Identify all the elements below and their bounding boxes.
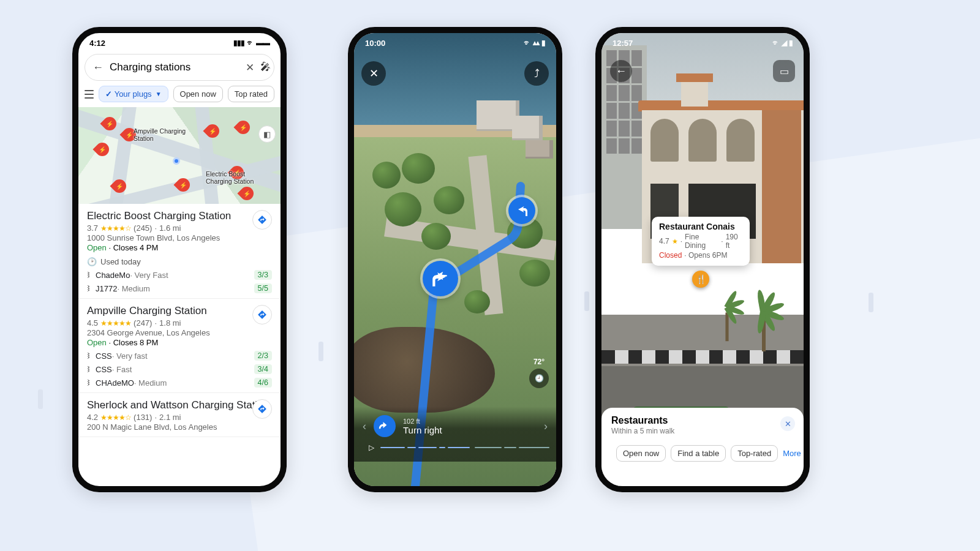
sheet-title: Restaurants bbox=[611, 415, 794, 426]
battery-icon: ▮ bbox=[789, 39, 793, 47]
play-icon[interactable]: ▷ bbox=[369, 443, 374, 452]
time-travel-button[interactable]: 🕘 bbox=[529, 369, 549, 388]
back-arrow-icon: ← bbox=[616, 65, 627, 78]
map-pin-icon[interactable] bbox=[237, 184, 256, 203]
my-location-dot-icon bbox=[173, 157, 180, 165]
status-time: 12:57 bbox=[612, 39, 633, 48]
star-icon: ★★★★★ bbox=[100, 319, 131, 328]
back-arrow-icon[interactable]: ← bbox=[92, 61, 104, 74]
filter-sliders-icon[interactable] bbox=[85, 90, 94, 99]
station-result[interactable]: Ampville Charging Station 4.5 ★★★★★ (247… bbox=[78, 299, 281, 393]
map-layers-button[interactable]: ◧ bbox=[258, 126, 276, 143]
wifi-icon: ᯤ bbox=[772, 39, 779, 47]
chip-open-now[interactable]: Open now bbox=[173, 86, 223, 102]
wifi-icon: ᯤ bbox=[524, 39, 530, 47]
sheet-subtitle: Within a 5 min walk bbox=[611, 427, 794, 435]
close-icon: ✕ bbox=[369, 67, 379, 80]
station-result[interactable]: Electric Boost Charging Station 3.7 ★★★★… bbox=[78, 204, 281, 299]
clock-icon: 🕑 bbox=[87, 257, 97, 266]
station-result[interactable]: Sherlock and Wattson Charging Station 4.… bbox=[78, 393, 281, 437]
turn-indicator-icon bbox=[423, 261, 458, 296]
directions-icon bbox=[257, 404, 267, 414]
star-icon: ★★★★☆ bbox=[100, 224, 131, 233]
chat-bubble-icon: ▭ bbox=[780, 66, 789, 77]
star-icon: ★★★★☆ bbox=[100, 413, 131, 422]
directions-icon bbox=[257, 215, 267, 225]
place-rating: 4.7 bbox=[659, 237, 669, 246]
bolt-icon: ⧘ bbox=[87, 351, 91, 360]
battery-icon: ▮ bbox=[541, 39, 545, 47]
nav-distance: 102 ft bbox=[403, 418, 442, 425]
turn-right-icon bbox=[374, 415, 396, 437]
more-filters-link[interactable]: More bbox=[783, 449, 801, 458]
rating-value: 3.7 bbox=[87, 223, 98, 233]
directions-icon bbox=[257, 310, 267, 320]
close-button[interactable]: ✕ bbox=[361, 61, 386, 86]
nav-timeline[interactable]: ▷ bbox=[363, 441, 548, 452]
wifi-icon: ᯤ bbox=[247, 39, 254, 47]
chip-top-rated[interactable]: Top-rated bbox=[731, 445, 778, 462]
clock-icon: 🕘 bbox=[535, 374, 544, 383]
search-bar[interactable]: ← ✕ 🎤︎ bbox=[85, 54, 274, 81]
check-icon: ✓ bbox=[105, 89, 112, 99]
distance: 1.6 mi bbox=[159, 223, 181, 233]
place-info-card[interactable]: Restaurant Conais 4.7 ★ · Fine Dining · … bbox=[652, 217, 750, 266]
share-icon: ⤴ bbox=[534, 67, 540, 80]
weather-widget[interactable]: 72° 🕘 bbox=[529, 358, 549, 388]
availability-badge: 3/3 bbox=[254, 270, 272, 280]
availability-badge: 5/5 bbox=[254, 283, 272, 293]
status-bar: 10:00 ᯤ ▴▴ ▮ bbox=[354, 33, 556, 50]
phone-charging-search: 4:12 ▮▮▮ ᯤ ▬▬ ← ✕ 🎤︎ ✓ Your plugs ▼ Open… bbox=[72, 27, 287, 492]
signal-icon: ▮▮▮ bbox=[233, 39, 244, 47]
search-input[interactable] bbox=[110, 61, 239, 73]
chip-open-now[interactable]: Open now bbox=[616, 445, 666, 462]
status-bar: 4:12 ▮▮▮ ᯤ ▬▬ bbox=[78, 33, 281, 50]
status-icons: ▮▮▮ ᯤ ▬▬ bbox=[233, 39, 270, 47]
map-label-eboost: Electric Boost Charging Station bbox=[206, 171, 254, 185]
back-button[interactable]: ← bbox=[610, 60, 632, 82]
directions-button[interactable] bbox=[252, 210, 272, 230]
prev-step-button[interactable]: ‹ bbox=[363, 420, 366, 433]
map-label-ampville: Ampville Charging Station bbox=[134, 128, 186, 142]
place-opens: · Opens 6PM bbox=[684, 251, 727, 260]
phone-street-view-search: 12:57 ᯤ◢▮ ← ▭ Restaurant Conais 4.7 ★ · … bbox=[595, 27, 810, 492]
status-time: 10:00 bbox=[365, 39, 385, 48]
clear-icon[interactable]: ✕ bbox=[246, 61, 254, 74]
bottom-sheet: Restaurants Within a 5 min walk ✕ Open n… bbox=[601, 408, 804, 486]
temperature-value: 72° bbox=[529, 358, 549, 366]
status-icons: ᯤ ▴▴ ▮ bbox=[524, 39, 545, 47]
status-bar: 12:57 ᯤ◢▮ bbox=[601, 33, 804, 50]
star-icon: ★ bbox=[672, 238, 678, 246]
sheet-close-button[interactable]: ✕ bbox=[780, 416, 795, 431]
chip-find-table[interactable]: Find a table bbox=[671, 445, 726, 462]
station-name: Electric Boost Charging Station bbox=[87, 210, 272, 222]
bolt-icon: ⧘ bbox=[87, 271, 91, 279]
chip-your-plugs[interactable]: ✓ Your plugs ▼ bbox=[99, 86, 168, 102]
map-view[interactable]: Ampville Charging Station Electric Boost… bbox=[78, 107, 281, 204]
results-list: Electric Boost Charging Station 3.7 ★★★★… bbox=[78, 204, 281, 437]
bolt-icon: ⧘ bbox=[87, 378, 91, 387]
map-pin-icon[interactable] bbox=[233, 118, 252, 137]
battery-icon: ▬▬ bbox=[256, 39, 270, 47]
nav-instruction: Turn right bbox=[403, 425, 442, 435]
place-closed-label: Closed bbox=[659, 251, 682, 260]
used-today-label: Used today bbox=[100, 257, 141, 266]
phone-immersive-nav: 10:00 ᯤ ▴▴ ▮ ✕ ⤴ 72° 🕘 ‹ 102 ft Turn rig… bbox=[348, 27, 562, 492]
map-pin-icon[interactable] bbox=[92, 140, 111, 159]
place-distance: 190 ft bbox=[726, 233, 742, 250]
mic-icon[interactable]: 🎤︎ bbox=[260, 61, 271, 73]
next-step-button[interactable]: › bbox=[544, 420, 548, 433]
close-icon: ✕ bbox=[785, 419, 791, 429]
station-hours: Open · Closes 4 PM bbox=[87, 243, 272, 252]
restaurant-pin-icon[interactable]: 🍴 bbox=[692, 271, 709, 288]
directions-button[interactable] bbox=[252, 305, 272, 324]
place-name: Restaurant Conais bbox=[659, 222, 742, 231]
chevron-down-icon: ▼ bbox=[156, 91, 162, 97]
nav-direction-panel: ‹ 102 ft Turn right › ▷ bbox=[354, 407, 556, 462]
chip-label: Your plugs bbox=[115, 89, 152, 99]
chip-top-rated[interactable]: Top rated bbox=[228, 86, 274, 102]
feedback-button[interactable]: ▭ bbox=[773, 60, 795, 82]
share-button[interactable]: ⤴ bbox=[524, 61, 549, 86]
status-time: 4:12 bbox=[89, 39, 105, 48]
directions-button[interactable] bbox=[252, 399, 272, 419]
